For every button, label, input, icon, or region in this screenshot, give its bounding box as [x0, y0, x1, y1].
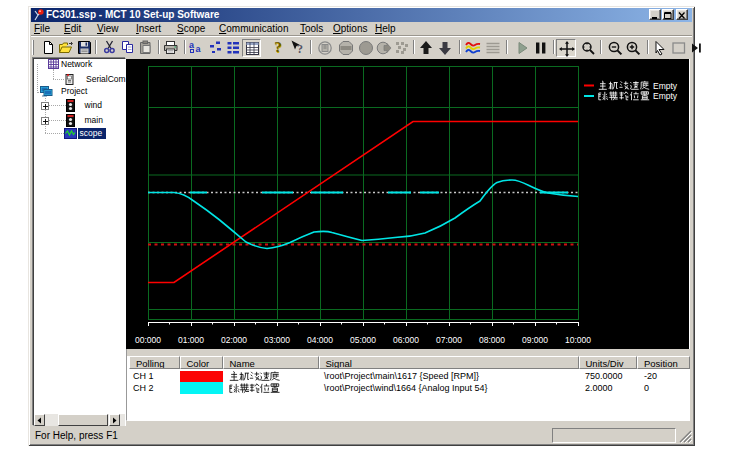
svg-text:03:000: 03:000 — [264, 335, 290, 345]
svg-text:?: ? — [297, 42, 303, 55]
svg-text:06:000: 06:000 — [393, 335, 419, 345]
svg-text:01:000: 01:000 — [178, 335, 204, 345]
svg-text:04:000: 04:000 — [307, 335, 333, 345]
svg-text:Empty: Empty — [653, 91, 678, 101]
svg-text:a: a — [196, 44, 202, 54]
svg-text:?: ? — [274, 40, 282, 55]
svg-text:09:000: 09:000 — [522, 335, 548, 345]
svg-text:07:000: 07:000 — [436, 335, 462, 345]
svg-text:08:000: 08:000 — [479, 335, 505, 345]
svg-text:02:000: 02:000 — [221, 335, 247, 345]
svg-text:Empty: Empty — [653, 81, 678, 91]
svg-text:00:000: 00:000 — [135, 335, 161, 345]
svg-text:a: a — [189, 40, 195, 50]
svg-text:10:000: 10:000 — [565, 335, 591, 345]
svg-text:05:000: 05:000 — [350, 335, 376, 345]
